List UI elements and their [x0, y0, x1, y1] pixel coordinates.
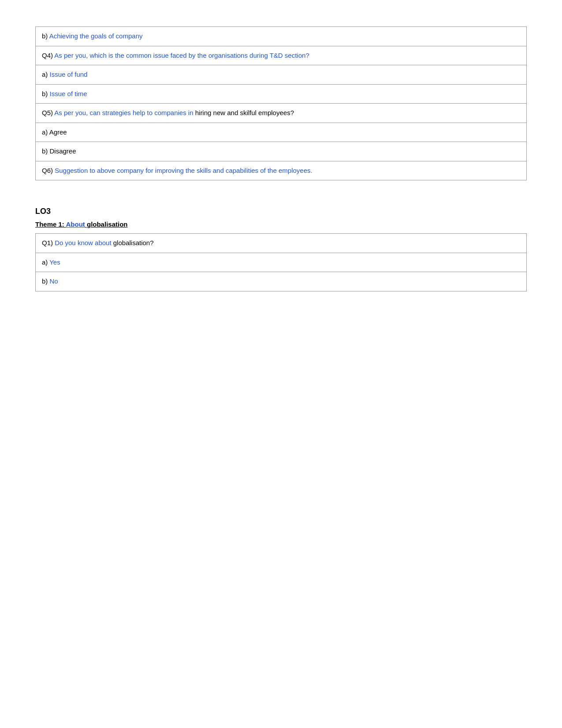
row-prefix: a): [42, 128, 49, 136]
row-content-blue: As per you, can strategies help to compa…: [54, 109, 195, 116]
table-row: a) Yes: [36, 253, 526, 273]
table-row: Q4) As per you, which is the common issu…: [36, 46, 526, 66]
row-content: Issue of fund: [50, 71, 88, 78]
row-content-blue: Do you know about: [55, 239, 113, 246]
row-content: Agree: [49, 128, 67, 136]
table-row: Q6) Suggestion to above company for impr…: [36, 161, 526, 180]
row-content: No: [50, 277, 58, 285]
table-row: b) Achieving the goals of company: [36, 27, 526, 46]
table2: Q1) Do you know about globalisation? a) …: [35, 233, 527, 291]
row-content: Issue of time: [50, 90, 87, 97]
row-prefix: b): [42, 277, 50, 285]
row-prefix: a): [42, 258, 49, 266]
row-prefix: b): [42, 32, 49, 40]
table-row: a) Issue of fund: [36, 65, 526, 85]
row-prefix: Q6): [42, 167, 55, 174]
row-content: Achieving the goals of company: [49, 32, 143, 40]
row-prefix: b): [42, 90, 50, 97]
row-content: Disagree: [50, 147, 76, 155]
table1: b) Achieving the goals of company Q4) As…: [35, 26, 527, 180]
table-row: b) Issue of time: [36, 85, 526, 104]
theme-heading: Theme 1: About globalisation: [35, 220, 527, 228]
row-prefix: Q5): [42, 109, 54, 116]
row-content: As per you, which is the common issue fa…: [54, 52, 309, 59]
row-content-black: hiring new and skilful employees?: [195, 109, 294, 116]
row-prefix: a): [42, 71, 50, 78]
row-content: Yes: [49, 258, 60, 266]
table-row: b) No: [36, 272, 526, 291]
theme-rest: globalisation: [85, 220, 128, 228]
row-content: Suggestion to above company for improvin…: [55, 167, 313, 174]
table-row: a) Agree: [36, 123, 526, 142]
row-prefix: Q1): [42, 239, 55, 246]
row-prefix: b): [42, 147, 50, 155]
row-prefix: Q4): [42, 52, 54, 59]
theme-link[interactable]: About: [66, 220, 85, 228]
table-row: Q5) As per you, can strategies help to c…: [36, 104, 526, 123]
table-row: b) Disagree: [36, 142, 526, 161]
row-content-black: globalisation?: [113, 239, 154, 246]
table-row: Q1) Do you know about globalisation?: [36, 234, 526, 253]
lo3-heading: LO3: [35, 207, 527, 216]
theme-label: Theme 1:: [35, 220, 66, 228]
